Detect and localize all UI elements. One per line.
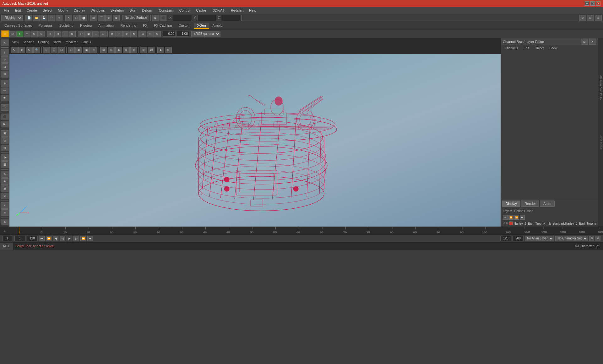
end-frame-total[interactable]: 200 <box>513 236 524 241</box>
vp-select[interactable]: ↖ <box>11 47 18 53</box>
icon-tool-5[interactable]: ⊕ <box>31 31 38 37</box>
tab-polygons[interactable]: Polygons <box>35 23 56 29</box>
icon-tool-15[interactable]: ≋ <box>109 31 116 37</box>
extra-tool4[interactable]: ⊙ <box>1 193 8 199</box>
layout-btn[interactable]: ⊞ <box>587 15 594 21</box>
rotate-tool[interactable]: ↻ <box>1 56 8 63</box>
select-tool[interactable]: ↖ <box>1 40 8 46</box>
vp-menu-view[interactable]: View <box>11 40 21 44</box>
vp-rotate[interactable]: ↻ <box>26 47 33 53</box>
icon-tool-10[interactable]: ⊗ <box>69 31 76 37</box>
play-backward-btn[interactable]: ◁ <box>60 236 65 241</box>
extra-tool3[interactable]: ⊞ <box>1 185 8 192</box>
range-end-input[interactable]: 120 <box>27 236 38 241</box>
title-bar-controls[interactable]: ─ □ ✕ <box>585 1 600 6</box>
mel-label[interactable]: MEL <box>0 243 13 250</box>
menu-display[interactable]: Display <box>71 8 88 13</box>
menu-cache[interactable]: Cache <box>193 8 209 13</box>
cb-tab-channels[interactable]: Channels <box>502 46 520 51</box>
no-live-surface[interactable]: No Live Surface <box>122 15 149 20</box>
layers-options-btn[interactable]: Options <box>514 209 525 213</box>
vp-aa[interactable]: ⊕ <box>130 47 137 53</box>
menu-help[interactable]: Help <box>247 8 259 13</box>
menu-skeleton[interactable]: Skeleton <box>108 8 126 13</box>
y-coord-input[interactable] <box>197 15 216 21</box>
cb-tab-object[interactable]: Object <box>532 46 546 51</box>
icon-tool-6[interactable]: ⊛ <box>38 31 45 37</box>
skip-to-start-btn[interactable]: ⏮ <box>39 236 45 241</box>
extra-tool1[interactable]: ⊗ <box>1 171 8 177</box>
channel-box-btn[interactable]: ☰ <box>595 15 602 21</box>
vp-ao[interactable]: ⊗ <box>123 47 130 53</box>
vp-texture[interactable]: ▣ <box>83 47 90 53</box>
extra-tool7[interactable]: ⊛ <box>1 219 8 225</box>
attribute-editor[interactable]: ☰ <box>1 161 8 168</box>
render-view[interactable]: ⬛ <box>1 114 8 120</box>
vp-menu-renderer[interactable]: Renderer <box>63 40 79 44</box>
vp-frame-sel[interactable]: ⊡ <box>58 47 65 53</box>
tab-arnold[interactable]: Arnold <box>209 23 226 29</box>
layer-back[interactable]: ⏪ <box>508 215 513 220</box>
vp-move[interactable]: ⊕ <box>18 47 25 53</box>
vp-xray[interactable]: ◎ <box>108 47 115 53</box>
tab-rigging[interactable]: Rigging <box>77 23 95 29</box>
menu-windows[interactable]: Windows <box>88 8 107 13</box>
vp-render[interactable]: ▶ <box>157 47 164 53</box>
open-file-btn[interactable]: 📂 <box>33 15 40 21</box>
layers-help-btn[interactable]: Help <box>527 209 533 213</box>
icon-tool-8[interactable]: ⊲ <box>54 31 61 37</box>
snap-surface-btn[interactable]: ◉ <box>113 15 120 21</box>
render-settings-btn[interactable]: ▶ <box>152 15 159 21</box>
vp-frame-all[interactable]: ⊞ <box>51 47 57 53</box>
vp-shadow[interactable]: ◆ <box>115 47 122 53</box>
tab-fx[interactable]: FX <box>140 23 150 29</box>
icon-tool-12[interactable]: ▣ <box>85 31 92 37</box>
select-btn[interactable]: ↖ <box>65 15 72 21</box>
snap-curve-btn[interactable]: ⌒ <box>98 15 105 21</box>
timeline-ruler[interactable]: 1 5 10 15 20 25 30 35 40 45 50 55 60 65 … <box>19 227 524 234</box>
prev-key-btn[interactable]: ◀ <box>53 236 58 241</box>
extra-tool5[interactable]: ≡ <box>1 202 8 209</box>
menu-file[interactable]: File <box>1 8 12 13</box>
scale-tool[interactable]: ⊡ <box>1 63 8 70</box>
vp-ipr[interactable]: ⊙ <box>165 47 172 53</box>
icon-tool-4[interactable]: ✦ <box>24 31 30 37</box>
save-file-btn[interactable]: 💾 <box>41 15 47 21</box>
tab-animation[interactable]: Animation <box>95 23 117 29</box>
viewport-3d[interactable]: persp Y X Z <box>9 54 501 227</box>
redo-btn[interactable]: ↪ <box>56 15 62 21</box>
cb-tab-show[interactable]: Show <box>547 46 560 51</box>
icon-tool-14[interactable]: ⊞ <box>100 31 106 37</box>
icon-tool-13[interactable]: ⬦ <box>92 31 99 37</box>
icon-tool-16[interactable]: ⊹ <box>116 31 123 37</box>
workspace-dropdown[interactable]: Rigging <box>1 15 23 21</box>
vp-menu-lighting[interactable]: Lighting <box>36 40 51 44</box>
tab-sculpting[interactable]: Sculpting <box>56 23 77 29</box>
next-key-btn[interactable]: ▷ <box>73 236 79 241</box>
layer-skip-back[interactable]: ⏮ <box>503 215 508 220</box>
icon-tool-21[interactable]: ⊕ <box>154 31 161 37</box>
dra-anim[interactable]: Anim <box>540 201 555 207</box>
char-set-settings[interactable]: ⚙ <box>595 236 600 241</box>
vp-image-plane[interactable]: 🖼 <box>148 47 155 53</box>
tool-settings[interactable]: ⚙ <box>1 154 8 161</box>
tab-xgen[interactable]: XGen <box>194 23 209 29</box>
menu-skin[interactable]: Skin <box>127 8 139 13</box>
layers-btn[interactable]: Layers <box>503 209 512 213</box>
icon-tool-18[interactable]: ✖ <box>130 31 137 37</box>
skip-to-end-btn[interactable]: ⏭ <box>87 236 93 241</box>
icon-tool-7[interactable]: ⊳ <box>47 31 54 37</box>
icon-tool-20[interactable]: ◎ <box>147 31 154 37</box>
icon-tool-1[interactable]: X <box>1 30 9 37</box>
character-set-dropdown[interactable]: No Character Set <box>555 236 588 241</box>
paint-tool[interactable]: ✏ <box>1 88 8 94</box>
layer-name[interactable]: Harley_J_Earl_Trophy_mb_standart:Harley_… <box>514 222 596 225</box>
extra-tool6[interactable]: ≋ <box>1 209 8 216</box>
camera-toggle[interactable]: ⊙ <box>1 137 8 144</box>
new-file-btn[interactable]: 📄 <box>25 15 32 21</box>
snap-grid-btn[interactable]: ⊞ <box>90 15 97 21</box>
maximize-button[interactable]: □ <box>590 1 595 6</box>
icon-tool-11[interactable]: ⬡ <box>78 31 85 37</box>
menu-edit[interactable]: Edit <box>13 8 24 13</box>
menu-3dtool[interactable]: -3DtoAll- <box>209 8 228 13</box>
